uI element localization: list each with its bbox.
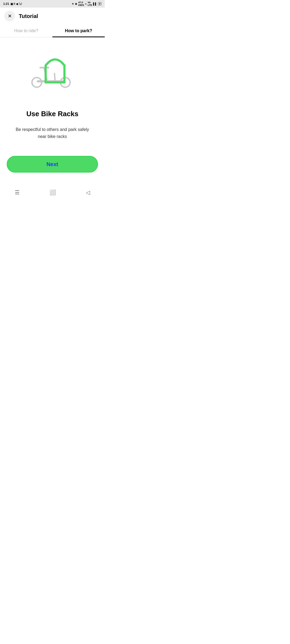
status-time: 1:21 ▣ # ◀ 🐼 [3, 2, 22, 5]
page-title: Tutorial [19, 13, 38, 19]
tab-how-to-park[interactable]: How to park? [52, 25, 105, 37]
header: ✕ Tutorial [0, 8, 105, 25]
content-description: Be respectful to others and park safely … [12, 126, 93, 140]
illustration [23, 48, 82, 96]
close-button[interactable]: ✕ [4, 11, 15, 21]
tab-how-to-ride[interactable]: How to ride? [0, 25, 52, 37]
status-bar: 1:21 ▣ # ◀ 🐼 ✦ ⊕ 47.0KB/S ≈ VoLTE ▌▌ 9 [0, 0, 105, 8]
main-content: Use Bike Racks Be respectful to others a… [0, 37, 105, 179]
tab-bar: How to ride? How to park? [0, 25, 105, 37]
close-icon: ✕ [8, 14, 12, 19]
next-button[interactable]: Next [7, 156, 98, 173]
back-icon[interactable]: ◁ [86, 189, 90, 196]
home-icon[interactable]: ⬜ [49, 189, 56, 196]
scooter-rack-illustration [26, 51, 79, 94]
bottom-nav: ☰ ⬜ ◁ [0, 187, 105, 200]
status-icons: ✦ ⊕ 47.0KB/S ≈ VoLTE ▌▌ 9 [72, 1, 102, 6]
svg-line-5 [55, 74, 55, 81]
content-title: Use Bike Racks [26, 110, 78, 118]
menu-icon[interactable]: ☰ [15, 189, 20, 196]
